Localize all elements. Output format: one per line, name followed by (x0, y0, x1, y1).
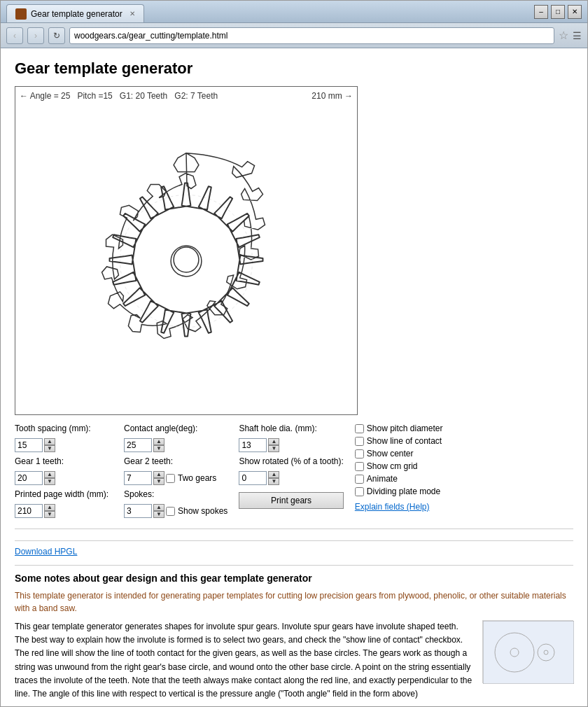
two-gears-checkbox[interactable] (166, 474, 175, 483)
shaft-hole-stepper: ▲ ▼ (268, 438, 279, 452)
gear2-teeth-up[interactable]: ▲ (153, 471, 164, 478)
print-gears-button[interactable]: Print gears (239, 492, 343, 509)
close-button[interactable]: ✕ (568, 5, 582, 19)
bottom-text: This gear template generator generates s… (15, 620, 474, 706)
show-pitch-diameter-group: Show pitch diameter (355, 424, 443, 433)
contact-angle-down[interactable]: ▼ (153, 445, 164, 452)
bottom-section: This gear template generator generates s… (15, 620, 573, 706)
contact-angle-up[interactable]: ▲ (153, 438, 164, 445)
gear2-teeth-down[interactable]: ▼ (153, 478, 164, 485)
show-cm-grid-checkbox[interactable] (355, 462, 364, 471)
menu-icon[interactable]: ☰ (573, 30, 582, 41)
svg-point-2 (174, 247, 199, 272)
tooth-spacing-stepper: ▲ ▼ (44, 438, 55, 452)
show-center-label: Show center (367, 449, 414, 458)
browser-window: Gear template generator ✕ – □ ✕ ‹ › ↻ ☆ … (0, 0, 588, 707)
notes-para-1: This gear template generator generates s… (15, 620, 474, 701)
controls-area: Tooth spacing (mm): ▲ ▼ Gear 1 teeth: ▲ … (15, 424, 573, 529)
page-title: Gear template generator (15, 59, 573, 78)
dividing-plate-mode-group: Dividing plate mode (355, 486, 443, 496)
show-cm-grid-label: Show cm grid (367, 461, 418, 471)
animate-checkbox[interactable] (355, 475, 364, 484)
tab-close-button[interactable]: ✕ (130, 10, 135, 18)
gear1-teeth-down[interactable]: ▼ (44, 478, 55, 485)
address-bar: ‹ › ↻ ☆ ☰ (1, 23, 587, 48)
show-rotated-spinner: ▲ ▼ (239, 471, 343, 485)
show-line-of-contact-checkbox[interactable] (355, 437, 364, 446)
show-spokes-checkbox-group: Show spokes (166, 506, 227, 516)
tooth-spacing-label: Tooth spacing (mm): (15, 424, 113, 433)
control-col-1: Tooth spacing (mm): ▲ ▼ Gear 1 teeth: ▲ … (15, 424, 113, 520)
divider (15, 540, 573, 541)
show-line-of-contact-group: Show line of contact (355, 436, 443, 446)
animate-label: Animate (367, 474, 398, 484)
contact-angle-input[interactable] (124, 438, 152, 452)
maximize-button[interactable]: □ (551, 5, 565, 19)
minimize-button[interactable]: – (534, 5, 548, 19)
tab-area: Gear template generator ✕ (6, 1, 144, 22)
gear2-teeth-label: Gear 2 teeth: (124, 456, 227, 466)
spokes-stepper: ▲ ▼ (153, 504, 164, 518)
options-col: Show pitch diameter Show line of contact… (355, 424, 443, 520)
page-content: Gear template generator ← Angle = 25 Pit… (1, 48, 587, 706)
tooth-spacing-input[interactable] (15, 438, 43, 452)
spokes-label: Spokes: (124, 489, 227, 499)
window-controls: – □ ✕ (534, 5, 582, 19)
show-pitch-diameter-label: Show pitch diameter (367, 424, 443, 433)
page-width-down[interactable]: ▼ (44, 511, 55, 518)
explain-fields-link[interactable]: Explain fields (Help) (355, 502, 443, 512)
back-button[interactable]: ‹ (6, 27, 23, 44)
gear-canvas: ← Angle = 25 Pitch =15 G1: 20 Teeth G2: … (15, 86, 358, 415)
bookmark-icon[interactable]: ☆ (559, 29, 568, 42)
spokes-up[interactable]: ▲ (153, 504, 164, 511)
animate-group: Animate (355, 474, 443, 484)
shaft-hole-label: Shaft hole dia. (mm): (239, 424, 343, 433)
shaft-hole-up[interactable]: ▲ (268, 438, 279, 445)
spokes-spinner: ▲ ▼ Show spokes (124, 504, 227, 518)
show-pitch-diameter-checkbox[interactable] (355, 424, 364, 433)
gear1-teeth-up[interactable]: ▲ (44, 471, 55, 478)
spokes-down[interactable]: ▼ (153, 511, 164, 518)
gear2-teeth-input[interactable] (124, 471, 152, 485)
tab-favicon (15, 8, 27, 20)
download-hpgl-link[interactable]: Download HPGL (15, 547, 573, 556)
show-rotated-input[interactable] (239, 471, 267, 485)
page-width-input[interactable] (15, 504, 43, 518)
gear-annotation: ← Angle = 25 Pitch =15 G1: 20 Teeth G2: … (20, 91, 353, 101)
page-width-label: Printed page width (mm): (15, 489, 113, 499)
gear1-teeth-label: Gear 1 teeth: (15, 456, 113, 466)
show-rotated-stepper: ▲ ▼ (268, 471, 279, 485)
contact-angle-label: Contact angle(deg): (124, 424, 227, 433)
show-rotated-up[interactable]: ▲ (268, 471, 279, 478)
gear2-teeth-stepper: ▲ ▼ (153, 471, 164, 485)
show-rotated-label: Show rotated (% of a tooth): (239, 456, 343, 466)
tooth-spacing-down[interactable]: ▼ (44, 445, 55, 452)
gear1-teeth-stepper: ▲ ▼ (44, 471, 55, 485)
spokes-input[interactable] (124, 504, 152, 518)
url-input[interactable] (69, 27, 554, 44)
shaft-hole-down[interactable]: ▼ (268, 445, 279, 452)
title-bar: Gear template generator ✕ – □ ✕ (1, 1, 587, 23)
dividing-plate-mode-checkbox[interactable] (355, 487, 364, 496)
shaft-hole-input[interactable] (239, 438, 267, 452)
page-width-up[interactable]: ▲ (44, 504, 55, 511)
gear2-teeth-spinner: ▲ ▼ Two gears (124, 471, 227, 485)
tooth-spacing-up[interactable]: ▲ (44, 438, 55, 445)
refresh-button[interactable]: ↻ (48, 27, 65, 44)
notes-intro: This template generator is intended for … (15, 589, 573, 615)
annotation-left: ← Angle = 25 Pitch =15 G1: 20 Teeth G2: … (20, 91, 218, 101)
show-spokes-label: Show spokes (178, 506, 227, 516)
show-rotated-down[interactable]: ▼ (268, 478, 279, 485)
notes-section: Some notes about gear design and this ge… (15, 565, 573, 706)
tooth-spacing-spinner: ▲ ▼ (15, 438, 113, 452)
gear1-teeth-input[interactable] (15, 471, 43, 485)
browser-tab[interactable]: Gear template generator ✕ (6, 4, 144, 22)
two-gears-checkbox-group: Two gears (166, 473, 216, 483)
notes-intro-highlight: plywood (398, 591, 429, 601)
forward-button[interactable]: › (27, 27, 44, 44)
show-center-checkbox[interactable] (355, 449, 364, 458)
show-spokes-checkbox[interactable] (166, 507, 175, 516)
dividing-plate-mode-label: Dividing plate mode (367, 486, 440, 496)
svg-rect-3 (483, 621, 574, 684)
contact-angle-stepper: ▲ ▼ (153, 438, 164, 452)
